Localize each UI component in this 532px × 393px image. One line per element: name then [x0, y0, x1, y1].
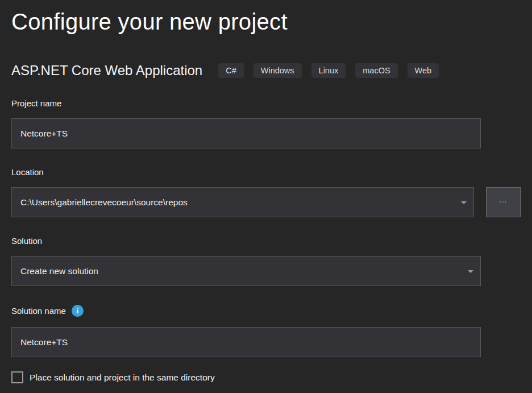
page-title: Configure your new project	[11, 7, 521, 36]
project-name-label-text: Project name	[11, 98, 61, 108]
solution-name-input[interactable]	[11, 327, 481, 357]
template-name: ASP.NET Core Web Application	[11, 63, 202, 78]
template-tags: C# Windows Linux macOS Web	[218, 63, 439, 78]
project-name-input[interactable]	[11, 118, 481, 148]
same-directory-label: Place solution and project in the same d…	[30, 373, 215, 383]
chevron-down-icon[interactable]	[468, 270, 473, 273]
template-row: ASP.NET Core Web Application C# Windows …	[11, 61, 521, 80]
tag-csharp: C#	[218, 63, 244, 78]
solution-name-label-text: Solution name	[11, 306, 66, 316]
solution-label-text: Solution	[11, 236, 42, 246]
info-icon[interactable]: i	[72, 305, 84, 317]
project-name-label: Project name	[11, 98, 521, 108]
solution-label: Solution	[11, 236, 521, 246]
configure-project-dialog: Configure your new project ASP.NET Core …	[0, 0, 532, 383]
chevron-down-icon[interactable]	[461, 201, 467, 204]
location-label-text: Location	[11, 167, 44, 177]
solution-value: Create new solution	[20, 266, 98, 276]
location-combobox[interactable]: C:\Users\gabriellecrevecoeur\source\repo…	[11, 187, 474, 217]
same-directory-checkbox[interactable]	[11, 371, 23, 383]
tag-web: Web	[408, 63, 439, 78]
location-label: Location	[11, 167, 521, 177]
location-value: C:\Users\gabriellecrevecoeur\source\repo…	[20, 197, 188, 208]
same-directory-row: Place solution and project in the same d…	[11, 371, 521, 383]
location-row: C:\Users\gabriellecrevecoeur\source\repo…	[11, 187, 521, 217]
tag-macos: macOS	[355, 63, 397, 78]
tag-linux: Linux	[311, 63, 346, 78]
solution-name-label: Solution name i	[11, 305, 521, 317]
solution-combobox[interactable]: Create new solution	[11, 256, 481, 286]
tag-windows: Windows	[253, 63, 302, 78]
browse-location-button[interactable]: ...	[486, 187, 521, 217]
